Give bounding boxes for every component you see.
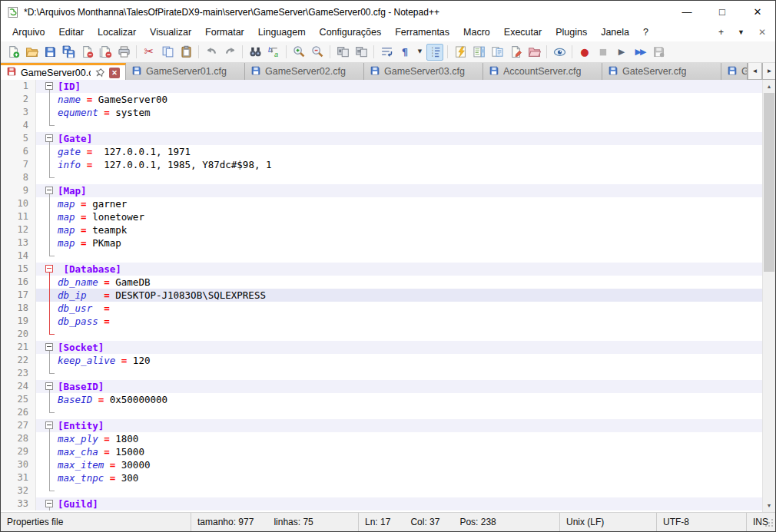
bookmark-margin[interactable] [36,445,44,458]
line-number[interactable]: 18 [1,302,36,315]
code-line[interactable]: 11map = lonetower [1,210,762,223]
code-line[interactable]: 17db_ip = DESKTOP-J1083OB\SQLEXPRESS [1,289,762,302]
code-line[interactable]: 14 [1,249,762,263]
code-line[interactable]: 24[BaseID] [1,380,762,393]
line-number[interactable]: 13 [1,236,36,249]
line-number[interactable]: 22 [1,354,36,367]
macro-stop-icon[interactable]: ■ [595,44,612,61]
fold-toggle[interactable] [44,341,56,354]
code-text[interactable]: db_pass = [56,315,110,328]
code-line[interactable]: 32 [1,484,762,497]
code-line[interactable]: 13map = PKmap [1,236,762,249]
menu-plugins[interactable]: Plugins [549,25,594,40]
line-number[interactable]: 16 [1,276,36,289]
menu-macro[interactable]: Macro [456,25,497,40]
bookmark-margin[interactable] [36,158,44,171]
monitoring-eye-icon[interactable] [551,44,568,61]
code-text[interactable]: [Database] [56,263,121,276]
code-text[interactable]: max_item = 30000 [56,458,150,471]
redo-icon[interactable] [221,44,238,61]
fold-toggle[interactable] [44,497,56,511]
bookmark-margin[interactable] [36,471,44,484]
bookmark-margin[interactable] [36,458,44,471]
line-number[interactable]: 10 [1,197,36,210]
code-line[interactable]: 27[Entity] [1,419,762,432]
menu-formatar[interactable]: Formatar [198,25,251,40]
bookmark-margin[interactable] [36,80,44,93]
code-text[interactable]: db_name = GameDB [56,276,150,289]
code-text[interactable]: db_ip = DESKTOP-J1083OB\SQLEXPRESS [56,289,266,302]
code-line[interactable]: 10map = garner [1,197,762,210]
code-line[interactable]: 2name = GameServer00 [1,93,762,106]
menu-janela[interactable]: Janela [594,25,636,40]
minimize-button[interactable]: — [669,1,705,23]
close-file-icon[interactable] [78,44,95,61]
menu-arquivo[interactable]: Arquivo [5,25,51,40]
bookmark-margin[interactable] [36,223,44,236]
tab-pin-icon[interactable] [95,68,105,78]
code-line[interactable]: 18db_usr = [1,302,762,315]
code-text[interactable] [56,119,58,132]
line-number[interactable]: 15 [1,263,36,276]
code-text[interactable]: map = PKmap [56,236,121,249]
code-text[interactable]: [Socket] [56,341,104,354]
bookmark-margin[interactable] [36,484,44,497]
bookmark-margin[interactable] [36,432,44,445]
menu-linguagem[interactable]: Linguagem [251,25,313,40]
bookmark-margin[interactable] [36,354,44,367]
bookmark-margin[interactable] [36,132,44,145]
bookmark-margin[interactable] [36,171,44,184]
line-number[interactable]: 28 [1,432,36,445]
code-text[interactable]: map = lonetower [56,210,144,223]
tab-gateserver-cfg[interactable]: GateServer.cfg [602,63,721,80]
close-tab-button[interactable]: ✕ [758,27,766,38]
document-list-icon[interactable] [489,44,506,61]
line-number[interactable]: 7 [1,158,36,171]
code-line[interactable]: 12map = teampk [1,223,762,236]
code-line[interactable]: 1[ID] [1,80,762,93]
code-line[interactable]: 29max_cha = 15000 [1,445,762,458]
macro-record-icon[interactable]: ● [576,44,593,61]
scrollbar-track[interactable] [763,93,775,499]
indent-guide-icon[interactable] [426,44,443,61]
line-number[interactable]: 17 [1,289,36,302]
code-text[interactable]: [Gate] [56,132,92,145]
code-text[interactable]: name = GameServer00 [56,93,167,106]
undo-icon[interactable] [203,44,220,61]
line-number[interactable]: 19 [1,315,36,328]
line-number[interactable]: 31 [1,471,36,484]
tab-scroll-left-button[interactable]: ◄ [748,63,762,80]
bookmark-margin[interactable] [36,393,44,406]
tab-accountserver-cfg[interactable]: AccountServer.cfg [483,63,602,80]
code-text[interactable]: gate = 127.0.0.1, 1971 [56,145,191,158]
code-line[interactable]: 30max_item = 30000 [1,458,762,471]
sync-scroll-vertical-icon[interactable] [334,44,351,61]
code-text[interactable]: [Map] [56,184,87,197]
bookmark-margin[interactable] [36,263,44,276]
bookmark-margin[interactable] [36,367,44,380]
zoom-in-icon[interactable] [290,44,307,61]
new-file-icon[interactable] [5,44,22,61]
copy-icon[interactable] [159,44,176,61]
save-all-icon[interactable] [60,44,77,61]
line-number[interactable]: 2 [1,93,36,106]
line-number[interactable]: 9 [1,184,36,197]
paste-icon[interactable] [177,44,194,61]
code-text[interactable]: [Entity] [56,419,104,432]
bookmark-margin[interactable] [36,497,44,511]
tab-gameserver03-cfg[interactable]: GameServer03.cfg [364,63,483,80]
line-number[interactable]: 24 [1,380,36,393]
tab-gameserver01-cfg[interactable]: GameServer01.cfg [126,63,245,80]
zoom-out-icon[interactable] [309,44,326,61]
code-line[interactable]: 26 [1,406,762,419]
code-text[interactable] [56,484,58,497]
edit-marker-icon[interactable] [507,44,524,61]
code-line[interactable]: 8 [1,171,762,184]
maximize-button[interactable]: □ [705,1,740,23]
macro-run-multiple-icon[interactable]: ▶▶ [632,44,648,61]
code-line[interactable]: 3equment = system [1,106,762,119]
code-line[interactable]: 15 [Database] [1,263,762,276]
line-number[interactable]: 25 [1,393,36,406]
line-number[interactable]: 30 [1,458,36,471]
line-number[interactable]: 20 [1,328,36,341]
